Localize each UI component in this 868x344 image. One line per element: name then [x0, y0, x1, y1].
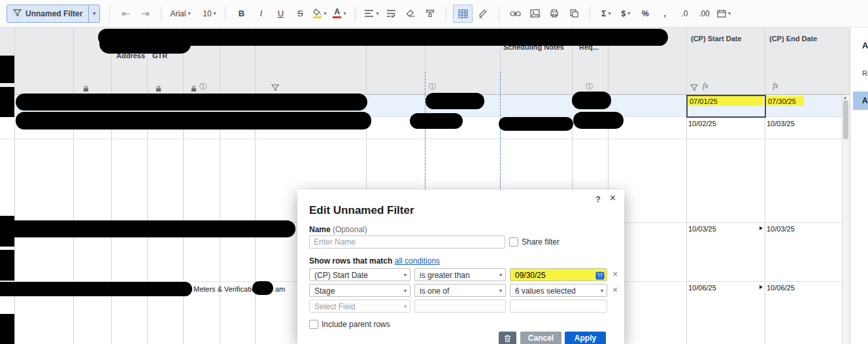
grid-line	[183, 27, 184, 344]
chevron-down-icon: ▾	[188, 10, 190, 16]
grid-line	[255, 27, 256, 344]
font-family-select[interactable]: Arial ▾	[168, 5, 192, 22]
edit-filter-dialog: ? × Edit Unnamed Filter Name (Optional) …	[297, 190, 624, 344]
wrap-text-button[interactable]	[382, 5, 400, 22]
scrollbar-up-arrow[interactable]: ▲	[843, 95, 847, 99]
indent-button[interactable]: ⇥	[136, 5, 154, 22]
right-panel: A Re A	[850, 27, 868, 344]
cell-cp-end-date[interactable]: 10/03/25	[767, 225, 795, 233]
filter-dropdown-button[interactable]: ▾	[88, 5, 99, 22]
strikethrough-button[interactable]: S	[291, 5, 309, 22]
right-panel-selected-item[interactable]: A	[853, 92, 868, 110]
condition-operator-select[interactable]: is one of ▾	[414, 284, 506, 297]
help-button[interactable]: ?	[595, 194, 601, 204]
condition-operator-select	[414, 300, 506, 313]
outdent-button[interactable]: ⇤	[116, 5, 135, 22]
redaction-bar	[99, 29, 191, 54]
underline-button[interactable]: U	[271, 5, 290, 22]
delete-filter-button[interactable]	[499, 332, 516, 344]
highlight-changes-button[interactable]	[474, 5, 492, 22]
remove-condition-button[interactable]: ×	[612, 269, 618, 279]
format-painter-button[interactable]	[421, 5, 439, 22]
chevron-down-icon: ▾	[376, 10, 378, 16]
redaction-bar	[16, 112, 371, 129]
decrease-decimal-button[interactable]: .0	[675, 5, 693, 22]
text-color-button[interactable]: A ▾	[330, 5, 348, 22]
align-button[interactable]: ▾	[362, 5, 380, 22]
unnamed-filter-button[interactable]: Unnamed Filter	[7, 5, 88, 22]
trash-icon	[504, 334, 511, 343]
grid-line	[147, 27, 148, 344]
condition-field-select[interactable]: Stage ▾	[309, 284, 410, 297]
cell-cp-start-date[interactable]: 10/03/25	[688, 225, 716, 233]
column-filter-icon[interactable]	[690, 82, 698, 94]
share-filter-checkbox[interactable]	[509, 237, 518, 247]
redaction-bar	[0, 282, 192, 296]
cell-text-fragment[interactable]: Meters & Verification	[193, 285, 259, 293]
all-conditions-link[interactable]: all conditions	[395, 256, 440, 266]
insert-link-button[interactable]	[506, 5, 524, 22]
condition-value-date-input[interactable]: 09/30/25	[510, 268, 607, 281]
sum-button[interactable]: Σ ▾	[597, 5, 615, 22]
close-icon[interactable]: ×	[610, 192, 616, 204]
grid-line	[111, 27, 112, 344]
cell-cp-end-date[interactable]: 07/30/25	[768, 97, 796, 105]
chevron-down-icon: ▾	[93, 10, 95, 16]
overflow-indicator	[760, 285, 763, 289]
cell-cp-end-date[interactable]: 10/03/25	[767, 120, 795, 128]
scrollbar-thumb[interactable]	[843, 100, 848, 139]
condition-value-select[interactable]: 6 values selected ▾	[510, 284, 607, 297]
filter-name-input[interactable]	[309, 235, 505, 249]
redaction-bar	[499, 117, 573, 131]
fill-color-swatch	[313, 16, 322, 18]
chevron-down-icon: ▾	[601, 284, 603, 297]
link-icon	[510, 10, 521, 18]
match-conditions-label: Show rows that match all conditions	[309, 256, 440, 266]
percent-format-button[interactable]: %	[636, 5, 654, 22]
remove-condition-button[interactable]: ×	[612, 284, 618, 295]
toolbar-separator	[109, 7, 110, 21]
grid-view-button[interactable]	[453, 5, 473, 23]
bold-button[interactable]: B	[232, 5, 250, 22]
paintbrush-icon	[426, 9, 435, 18]
cell-cp-start-date[interactable]: 07/01/25	[690, 97, 718, 105]
eraser-icon	[406, 9, 416, 18]
toolbar-separator	[355, 7, 356, 21]
info-icon[interactable]: ⓘ	[199, 82, 207, 92]
cell-text-fragment[interactable]: am	[275, 285, 285, 293]
include-parent-rows-checkbox[interactable]	[309, 320, 318, 329]
column-header-cp-start-date[interactable]: (CP) Start Date	[691, 35, 742, 43]
align-left-icon	[364, 9, 374, 18]
right-panel-item[interactable]: A	[862, 41, 868, 50]
italic-button[interactable]: I	[252, 5, 270, 22]
fill-color-button[interactable]: ▾	[310, 5, 329, 22]
font-size-select[interactable]: 10 ▾	[200, 5, 218, 22]
condition-field-select[interactable]: (CP) Start Date ▾	[309, 268, 410, 281]
cancel-button[interactable]: Cancel	[520, 332, 561, 344]
info-icon[interactable]: ⓘ	[586, 82, 593, 92]
column-header-cp-end-date[interactable]: (CP) End Date	[769, 35, 817, 43]
info-icon[interactable]: ⓘ	[429, 82, 436, 92]
cell-cp-start-date[interactable]: 10/06/25	[688, 284, 716, 292]
condition-operator-select[interactable]: is greater than ▾	[414, 268, 506, 281]
thousands-separator-button[interactable]: ,	[656, 5, 674, 22]
cell-cp-end-date[interactable]: 10/06/25	[767, 284, 795, 292]
cell-cp-start-date[interactable]: 10/02/25	[688, 120, 716, 128]
redaction-bar	[0, 314, 14, 344]
date-format-button[interactable]: ▾	[714, 5, 733, 22]
column-filter-icon[interactable]	[271, 82, 279, 94]
insert-image-button[interactable]	[526, 5, 544, 22]
text-color-swatch	[333, 16, 341, 18]
right-panel-item[interactable]: Re	[862, 69, 868, 77]
apply-button[interactable]: Apply	[565, 332, 606, 344]
chevron-down-icon: ▾	[404, 300, 407, 313]
condition-field-select[interactable]: Select Field ▾	[309, 300, 410, 313]
currency-format-button[interactable]: $ ▾	[616, 5, 635, 22]
print-button[interactable]	[545, 5, 563, 22]
increase-decimal-button[interactable]: .00	[695, 5, 713, 22]
calendar-icon[interactable]	[595, 271, 605, 284]
chevron-down-icon: ▾	[404, 269, 407, 281]
grid-line	[73, 27, 74, 344]
clear-formatting-button[interactable]	[401, 5, 420, 22]
paste-special-button[interactable]	[565, 5, 583, 22]
